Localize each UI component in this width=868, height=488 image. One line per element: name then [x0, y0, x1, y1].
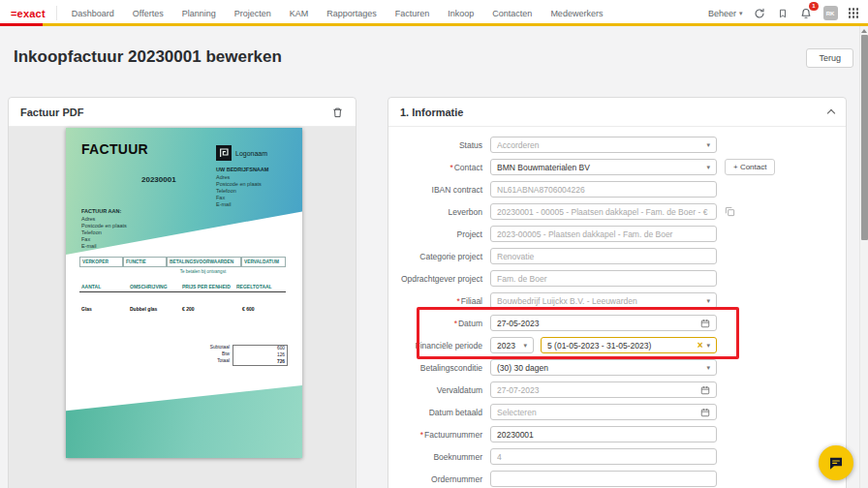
periode-select[interactable]: 5 (01-05-2023 - 31-05-2023) × ▾ — [541, 337, 717, 353]
ordernummer-field-wrap — [490, 471, 717, 487]
status-label: Status — [388, 140, 490, 150]
boeknummer-field-wrap — [490, 448, 717, 465]
betalingsconditie-label: Betalingsconditie — [388, 363, 490, 373]
notifications-bell-icon[interactable]: 1 — [800, 7, 813, 19]
notification-badge: 1 — [809, 2, 818, 11]
calendar-icon[interactable] — [700, 408, 710, 417]
back-button[interactable]: Terug — [806, 48, 853, 68]
leverbon-field-wrap — [490, 203, 717, 220]
invoice-gradient-bottom — [66, 385, 302, 458]
vervaldatum-label: Vervaldatum — [388, 385, 490, 395]
datum-betaald-field-wrap — [490, 404, 717, 420]
invoice-logo-label: Logonaam — [235, 150, 267, 157]
financiele-periode-label: Financiële periode — [388, 341, 490, 351]
bookmark-icon[interactable] — [777, 7, 790, 19]
app-launcher-icon[interactable] — [849, 8, 859, 18]
calendar-icon[interactable] — [700, 385, 710, 395]
datum-label: *Datum — [388, 319, 490, 328]
vervaldatum-input[interactable] — [497, 385, 697, 395]
leverbon-input[interactable] — [497, 207, 710, 217]
scrollbar-thumb[interactable] — [861, 35, 868, 240]
nav-item-medewerkers[interactable]: Medewerkers — [550, 9, 603, 18]
iban-input[interactable] — [497, 185, 710, 195]
betalingsconditie-select[interactable]: (30) 30 dagen ▾ — [490, 359, 717, 376]
datum-input[interactable] — [497, 319, 697, 328]
chevron-down-icon: ▾ — [706, 342, 710, 349]
invoice-meta-header-row: VERKOPER FUNCTIE BETALINGSVOORWAARDEN VE… — [79, 257, 286, 267]
chevron-down-icon: ▾ — [706, 141, 710, 148]
project-field-wrap — [490, 226, 717, 242]
nav-gold-underline — [0, 23, 868, 26]
calendar-icon[interactable] — [700, 319, 710, 328]
user-avatar[interactable]: RK — [823, 6, 838, 20]
opdrachtgever-project-field-wrap — [490, 270, 717, 287]
nav-item-offertes[interactable]: Offertes — [133, 9, 164, 18]
status-select[interactable]: Accorderen ▾ — [490, 137, 717, 153]
beheer-dropdown[interactable]: Beheer ▾ — [708, 9, 743, 18]
invoice-billto-block: FACTUUR AAN: Adres Postcode en plaats Te… — [81, 208, 127, 250]
exact-logo[interactable]: =exact — [0, 8, 56, 19]
invoice-sheet: FACTUUR 20230001 Logonaam UW BEDRIJFSNAA… — [66, 128, 302, 458]
contact-label: *Contact — [388, 163, 490, 172]
chevron-down-icon: ▾ — [523, 342, 527, 349]
nav-item-planning[interactable]: Planning — [182, 9, 216, 18]
nav-divider — [56, 6, 57, 20]
contact-select[interactable]: BMN Bouwmaterialen BV ▾ — [490, 159, 717, 175]
invoice-company-block: UW BEDRIJFSNAAM Adres Postcode en plaats… — [216, 167, 268, 208]
leverbon-label: Leverbon — [388, 207, 490, 217]
add-contact-button[interactable]: + Contact — [725, 159, 775, 175]
chat-bubble-icon — [828, 455, 844, 471]
nav-item-inkoop[interactable]: Inkoop — [448, 9, 474, 18]
project-label: Project — [388, 229, 490, 239]
refresh-icon[interactable] — [754, 7, 766, 19]
nav-item-projecten[interactable]: Projecten — [234, 9, 271, 18]
collapse-chevron-icon[interactable] — [827, 109, 835, 117]
informatie-panel: 1. Informatie Status Accorderen ▾ *Conta… — [388, 97, 847, 488]
factuurnummer-input[interactable] — [497, 430, 710, 440]
categorie-project-input[interactable] — [497, 252, 710, 261]
chevron-down-icon: ▾ — [706, 297, 710, 304]
boeknummer-label: Boeknummer — [388, 452, 490, 462]
project-input[interactable] — [497, 229, 710, 239]
beheer-label: Beheer — [708, 9, 736, 18]
ordernummer-input[interactable] — [497, 474, 710, 484]
invoice-line-header-row: AANTAL OMSCHRIJVING PRIJS PER EENHEID RE… — [79, 284, 286, 292]
invoice-number: 20230001 — [141, 175, 176, 184]
chevron-down-icon: ▾ — [739, 10, 743, 16]
page-scrollbar[interactable] — [859, 26, 868, 488]
chat-widget-button[interactable] — [819, 445, 853, 480]
chevron-down-icon: ▾ — [706, 164, 710, 170]
open-leverbon-icon[interactable] — [725, 206, 735, 217]
nav-item-kam[interactable]: KAM — [290, 9, 309, 18]
clear-periode-icon[interactable]: × — [698, 341, 703, 351]
categorie-project-label: Categorie project — [388, 252, 490, 261]
opdrachtgever-project-label: Opdrachtgever project — [388, 274, 490, 284]
ordernummer-label: Ordernummer — [388, 474, 490, 484]
chevron-down-icon: ▾ — [706, 364, 710, 371]
invoice-totals: Subtotaal Btw Totaal 600 126 726 — [192, 345, 288, 366]
nav-item-contacten[interactable]: Contacten — [492, 9, 532, 18]
nav-item-rapportages[interactable]: Rapportages — [326, 9, 377, 18]
opdrachtgever-project-input[interactable] — [497, 274, 710, 284]
nav-menu: Dashboard Offertes Planning Projecten KA… — [72, 9, 604, 18]
invoice-pdf-panel: Factuur PDF FACTUUR 20230001 Logonaam UW… — [8, 97, 356, 488]
iban-label: IBAN contract — [388, 185, 490, 195]
scrollbar-up-arrow[interactable] — [861, 29, 867, 33]
factuurnummer-field-wrap — [490, 426, 717, 442]
page-title: Inkoopfactuur 20230001 bewerken — [14, 47, 282, 67]
trash-icon[interactable] — [331, 106, 344, 118]
nav-item-dashboard[interactable]: Dashboard — [72, 9, 114, 18]
periode-year-select[interactable]: 2023 ▾ — [490, 337, 534, 353]
logo-mark-icon — [216, 145, 232, 161]
datum-betaald-label: Datum betaald — [388, 408, 490, 417]
filiaal-select[interactable]: Bouwbedrijf Luijckx B.V. - Leeuwarden ▾ — [490, 292, 717, 309]
datum-betaald-input[interactable] — [497, 408, 697, 417]
nav-item-facturen[interactable]: Facturen — [395, 9, 430, 18]
pdf-preview-area: FACTUUR 20230001 Logonaam UW BEDRIJFSNAA… — [9, 127, 356, 488]
boeknummer-input[interactable] — [497, 452, 710, 462]
filiaal-label: *Filiaal — [388, 296, 490, 306]
invoice-payment-note: Te betalen bij ontvangst — [166, 269, 240, 274]
top-nav: =exact Dashboard Offertes Planning Proje… — [0, 0, 868, 26]
nav-red-underline — [0, 23, 43, 26]
factuurnummer-label: *Factuurnummer — [388, 430, 490, 440]
